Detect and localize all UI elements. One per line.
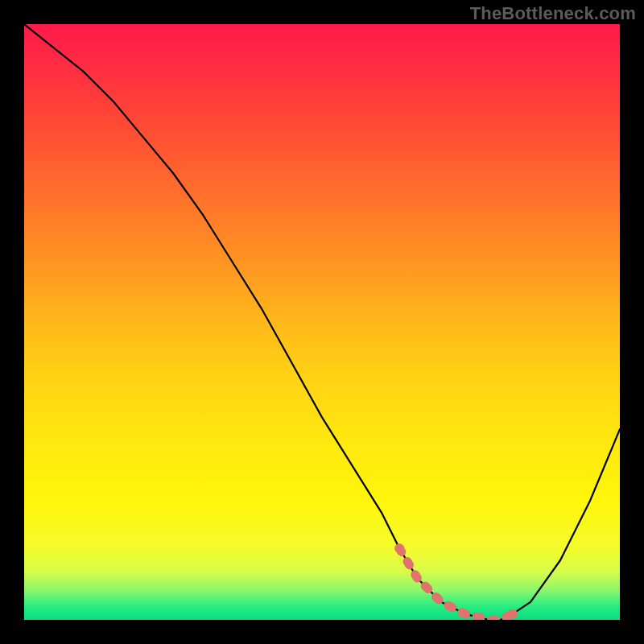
chart-frame: TheBottleneck.com — [0, 0, 644, 644]
optimal-zone-end-dot — [508, 609, 518, 619]
optimal-zone-start-dot — [394, 543, 404, 553]
plot-area — [24, 24, 620, 620]
watermark-text: TheBottleneck.com — [470, 3, 636, 24]
curve-svg — [24, 24, 620, 620]
bottleneck-curve — [24, 24, 620, 620]
